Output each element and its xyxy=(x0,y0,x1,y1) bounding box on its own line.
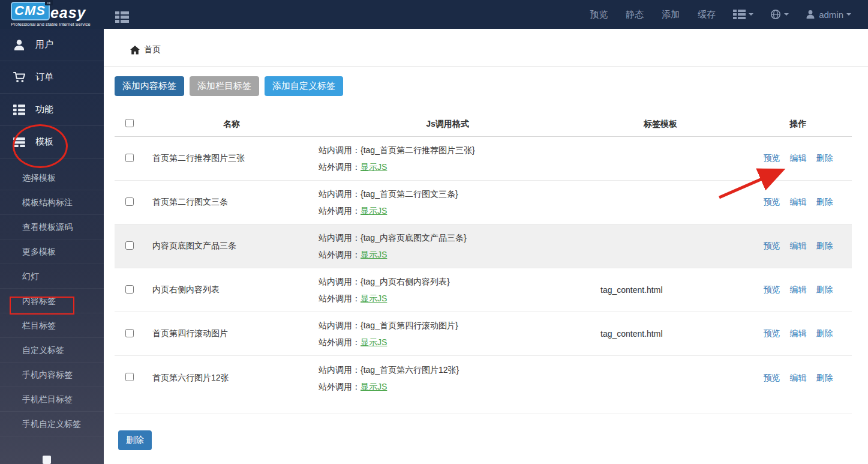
delete-link[interactable]: 删除 xyxy=(816,241,833,250)
internal-call-tag: {tag_首页第二行图文三条} xyxy=(361,189,458,199)
show-js-link[interactable]: 显示JS xyxy=(361,337,387,347)
nav-link-static[interactable]: 静态 xyxy=(617,0,653,29)
table-row: 首页第二行图文三条 站内调用：{tag_首页第二行图文三条} 站外调用：显示JS… xyxy=(115,181,852,224)
show-js-link[interactable]: 显示JS xyxy=(361,162,387,172)
delete-link[interactable]: 删除 xyxy=(816,373,833,382)
external-call-label: 站外调用： xyxy=(319,250,361,259)
edit-link[interactable]: 编辑 xyxy=(790,197,807,206)
main-content: 首页 添加内容标签 添加栏目标签 添加自定义标签 名称 Js调用格式 标签模板 … xyxy=(104,29,868,464)
add-category-tag-button[interactable]: 添加栏目标签 xyxy=(190,76,259,96)
sidebar-subitem-mobile-content[interactable]: 手机内容标签 xyxy=(0,363,104,387)
logo-easy-text: easy xyxy=(50,5,86,20)
admin-user-dropdown[interactable]: admin xyxy=(797,10,860,20)
chevron-down-icon xyxy=(749,13,753,16)
sidebar-item-label: 模板 xyxy=(35,136,53,148)
cmseasy-logo[interactable]: CMS easy Professional and stable Interne… xyxy=(11,2,101,27)
breadcrumb: 首页 xyxy=(104,29,868,67)
internal-call-label: 站内调用： xyxy=(319,321,361,330)
sidebar-subitem-more-templates[interactable]: 更多模板 xyxy=(0,240,104,264)
logo-tagline: Professional and stable Internet Service xyxy=(11,22,101,27)
tag-name: 首页第二行推荐图片三张 xyxy=(145,153,319,164)
delete-link[interactable]: 删除 xyxy=(816,197,833,206)
show-js-link[interactable]: 显示JS xyxy=(361,382,387,391)
nav-link-preview[interactable]: 预览 xyxy=(581,0,617,29)
internal-call-label: 站内调用： xyxy=(319,189,361,199)
add-custom-tag-button[interactable]: 添加自定义标签 xyxy=(265,76,343,96)
external-call-label: 站外调用： xyxy=(319,382,361,391)
admin-username: admin xyxy=(819,10,843,20)
row-checkbox[interactable] xyxy=(125,197,134,206)
sidebar-item-users[interactable]: 用户 xyxy=(0,29,104,61)
delete-link[interactable]: 删除 xyxy=(816,328,833,338)
sidebar-subitem-category-tags[interactable]: 栏目标签 xyxy=(0,313,104,338)
internal-call-label: 站内调用： xyxy=(319,145,361,155)
globe-icon xyxy=(770,9,781,20)
select-all-checkbox[interactable] xyxy=(125,119,134,127)
bulk-delete-button[interactable]: 删除 xyxy=(118,430,152,450)
preview-link[interactable]: 预览 xyxy=(764,153,780,163)
language-dropdown[interactable] xyxy=(762,9,797,20)
toolbar: 添加内容标签 添加栏目标签 添加自定义标签 xyxy=(115,76,868,96)
row-checkbox[interactable] xyxy=(125,373,134,381)
show-js-link[interactable]: 显示JS xyxy=(361,294,387,303)
tag-template: tag_content.html xyxy=(576,329,744,339)
tag-name: 内页右侧内容列表 xyxy=(145,285,319,295)
edit-link[interactable]: 编辑 xyxy=(790,373,807,382)
show-js-link[interactable]: 显示JS xyxy=(361,250,387,259)
preview-link[interactable]: 预览 xyxy=(764,285,780,294)
nav-link-add[interactable]: 添加 xyxy=(653,0,689,29)
preview-link[interactable]: 预览 xyxy=(764,241,780,250)
external-call-label: 站外调用： xyxy=(319,162,361,172)
row-checkbox[interactable] xyxy=(125,154,134,162)
preview-link[interactable]: 预览 xyxy=(764,373,780,382)
logo-trademark-badge xyxy=(45,0,53,5)
internal-call-tag: {tag_首页第四行滚动图片} xyxy=(361,321,458,330)
row-checkbox[interactable] xyxy=(125,285,134,294)
table-row: 首页第四行滚动图片 站内调用：{tag_首页第四行滚动图片} 站外调用：显示JS… xyxy=(115,312,852,356)
preview-link[interactable]: 预览 xyxy=(764,197,780,206)
sidebar-item-orders[interactable]: 订单 xyxy=(0,61,104,94)
logo-cms-text: CMS xyxy=(14,3,46,18)
edit-link[interactable]: 编辑 xyxy=(790,153,807,163)
nav-link-cache[interactable]: 缓存 xyxy=(689,0,725,29)
show-js-link[interactable]: 显示JS xyxy=(361,206,387,215)
row-checkbox[interactable] xyxy=(125,329,134,337)
internal-call-tag: {tag_内页右侧内容列表} xyxy=(361,277,450,286)
preview-link[interactable]: 预览 xyxy=(764,328,780,338)
delete-link[interactable]: 删除 xyxy=(816,285,833,294)
partial-menu-icon xyxy=(43,456,51,464)
row-checkbox[interactable] xyxy=(125,241,134,250)
edit-link[interactable]: 编辑 xyxy=(790,328,807,338)
sidebar-item-label: 订单 xyxy=(35,71,53,83)
edit-link[interactable]: 编辑 xyxy=(790,241,807,250)
table-row: 首页第六行图片12张 站内调用：{tag_首页第六行图片12张} 站外调用：显示… xyxy=(115,356,852,400)
sidebar-subitem-view-source[interactable]: 查看模板源码 xyxy=(0,215,104,240)
sidebar-item-features[interactable]: 功能 xyxy=(0,94,104,126)
sidebar-item-label: 用户 xyxy=(35,39,53,50)
external-call-label: 站外调用： xyxy=(319,337,361,347)
user-icon xyxy=(13,39,26,51)
sidebar-item-templates[interactable]: 模板 xyxy=(0,126,104,158)
divider xyxy=(115,414,852,414)
sidebar-subitem-custom-tags[interactable]: 自定义标签 xyxy=(0,338,104,363)
internal-call-tag: {tag_首页第二行推荐图片三张} xyxy=(361,145,475,155)
breadcrumb-home-label[interactable]: 首页 xyxy=(144,44,161,55)
sidebar-subitem-slides[interactable]: 幻灯 xyxy=(0,264,104,289)
tag-name: 首页第六行图片12张 xyxy=(145,373,319,384)
logo-cms-box: CMS xyxy=(11,2,50,20)
sidebar-subitem-content-tags[interactable]: 内容标签 xyxy=(0,289,104,313)
sidebar-subitem-choose-template[interactable]: 选择模板 xyxy=(0,166,104,190)
table-row: 内页右侧内容列表 站内调用：{tag_内页右侧内容列表} 站外调用：显示JS t… xyxy=(115,268,852,312)
edit-link[interactable]: 编辑 xyxy=(790,285,807,294)
sidebar-item-label: 功能 xyxy=(35,104,53,115)
delete-link[interactable]: 删除 xyxy=(816,153,833,163)
internal-call-label: 站内调用： xyxy=(319,233,361,243)
sidebar: 用户 订单 功能 模板 xyxy=(0,29,104,464)
quick-menu-dropdown[interactable] xyxy=(725,10,762,19)
sidebar-subitem-structure-notes[interactable]: 模板结构标注 xyxy=(0,190,104,215)
sidebar-subitem-mobile-custom[interactable]: 手机自定义标签 xyxy=(0,412,104,436)
sidebar-toggle-button[interactable] xyxy=(115,7,129,23)
tags-table: 名称 Js调用格式 标签模板 操作 首页第二行推荐图片三张 站内调用：{tag_… xyxy=(115,112,852,400)
add-content-tag-button[interactable]: 添加内容标签 xyxy=(115,76,184,96)
sidebar-subitem-mobile-category[interactable]: 手机栏目标签 xyxy=(0,387,104,412)
